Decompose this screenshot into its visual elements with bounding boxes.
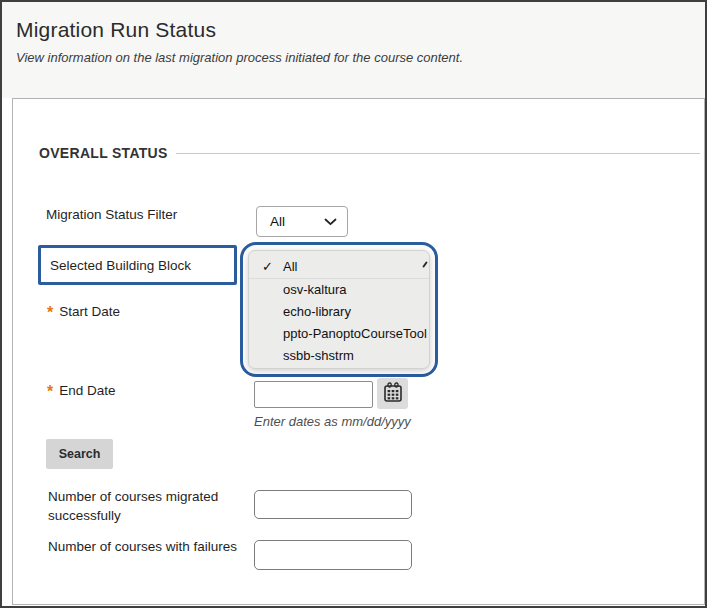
dropdown-option-ppto-panoptocoursetool[interactable]: ppto-PanoptoCourseTool [249,323,429,345]
end-date-row: *End Date [47,381,116,399]
courses-migrated-input[interactable] [254,490,412,519]
option-label: ppto-PanoptoCourseTool [283,326,427,341]
dropdown-option-osv-kaltura[interactable]: osv-kaltura [249,279,429,301]
option-label: ssbb-shstrm [283,348,354,363]
option-label: echo-library [283,304,351,319]
selected-building-block-dropdown-highlight: ✓ All osv-kaltura echo-library ppto-Pano… [240,242,438,377]
start-date-row: *Start Date [47,302,120,320]
section-header: OVERALL STATUS [39,145,700,161]
selected-building-block-menu: ✓ All osv-kaltura echo-library ppto-Pano… [248,250,430,369]
option-label: osv-kaltura [283,282,347,297]
dropdown-option-echo-library[interactable]: echo-library [249,301,429,323]
chevron-down-icon [324,218,337,226]
section-heading: OVERALL STATUS [39,145,168,161]
calendar-icon [382,381,404,407]
page-header: Migration Run Status View information on… [2,2,705,98]
start-date-label: Start Date [59,304,120,319]
date-format-hint: Enter dates as mm/dd/yyyy [254,414,411,429]
option-label: All [283,259,297,274]
page-subtitle: View information on the last migration p… [16,50,705,65]
checkmark-icon: ✓ [262,255,273,278]
selected-building-block-label: Selected Building Block [50,258,191,273]
page-title: Migration Run Status [16,18,705,42]
courses-failures-label: Number of courses with failures [48,539,237,554]
courses-migrated-label: Number of courses migrated successfully [48,487,260,525]
dropdown-option-all[interactable]: ✓ All [249,255,429,279]
selected-value: All [270,214,285,229]
selected-building-block-label-highlight: Selected Building Block [38,245,237,285]
required-asterisk-icon: * [47,304,53,321]
migration-status-filter-label: Migration Status Filter [46,207,177,222]
required-asterisk-icon: * [47,383,53,400]
overall-status-panel: OVERALL STATUS Migration Status Filter A… [12,98,705,605]
end-date-label: End Date [59,383,115,398]
courses-failures-input[interactable] [254,540,412,570]
section-divider [176,153,700,154]
dropdown-option-ssbb-shstrm[interactable]: ssbb-shstrm [249,345,429,367]
migration-status-filter-select[interactable]: All [256,206,348,237]
calendar-picker-button[interactable] [377,378,408,409]
end-date-input[interactable] [254,381,373,408]
search-button[interactable]: Search [46,439,113,469]
